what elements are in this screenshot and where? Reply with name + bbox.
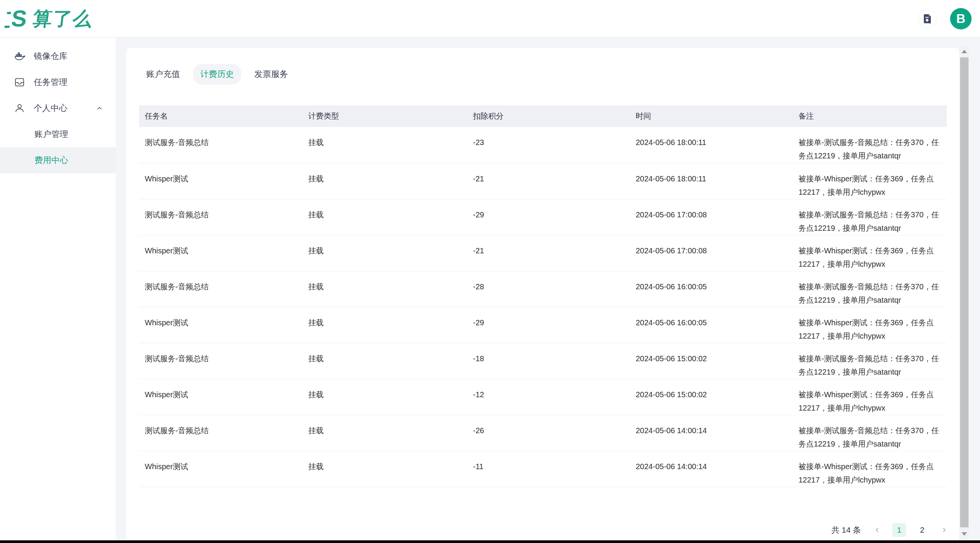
cell-note: 被接单-Whisper测试：任务369，任务点12217，接单用户lchypwx — [793, 379, 947, 415]
billing-tabs: 账户充值 计费历史 发票服务 — [126, 48, 959, 85]
cell-type: 挂载 — [303, 199, 467, 235]
cell-task: 测试服务-音频总结 — [139, 271, 303, 307]
cell-task: Whisper测试 — [139, 379, 303, 415]
vertical-scrollbar[interactable] — [959, 46, 969, 540]
scrollbar-thumb[interactable] — [960, 57, 969, 527]
pagination: 共 14 条 1 2 — [831, 523, 950, 537]
cell-time: 2024-05-06 14:00:14 — [630, 415, 793, 451]
table-row: 测试服务-音频总结挂载-182024-05-06 15:00:02被接单-测试服… — [139, 343, 947, 379]
cell-task: Whisper测试 — [139, 163, 303, 199]
cell-task: 测试服务-音频总结 — [139, 415, 303, 451]
cell-time: 2024-05-06 18:00:11 — [630, 127, 793, 163]
cell-note: 被接单-Whisper测试：任务369，任务点12217，接单用户lchypwx — [793, 235, 947, 271]
table-row: 测试服务-音频总结挂载-282024-05-06 16:00:05被接单-测试服… — [139, 271, 947, 307]
next-page-button[interactable] — [938, 523, 950, 537]
cell-points: -21 — [467, 235, 630, 271]
billing-table-body: 测试服务-音频总结挂载-232024-05-06 18:00:11被接单-测试服… — [139, 127, 947, 487]
cell-note: 被接单-测试服务-音频总结：任务370，任务点12219，接单用户satantq… — [793, 127, 947, 163]
logo-text: 算了么 — [31, 6, 94, 32]
cell-note: 被接单-Whisper测试：任务369，任务点12217，接单用户lchypwx — [793, 163, 947, 199]
cell-task: Whisper测试 — [139, 235, 303, 271]
app-logo: S 算了么 — [10, 8, 94, 30]
cell-type: 挂载 — [303, 379, 467, 415]
page-button-2[interactable]: 2 — [915, 523, 929, 537]
header-actions: B — [918, 0, 972, 38]
sidebar-subitem-label: 账户管理 — [34, 129, 68, 140]
cell-task: 测试服务-音频总结 — [139, 199, 303, 235]
cell-points: -21 — [467, 163, 630, 199]
docker-whale-icon — [14, 51, 25, 62]
cell-points: -29 — [467, 199, 630, 235]
cell-type: 挂载 — [303, 271, 467, 307]
billing-table: 任务名 计费类型 扣除积分 时间 备注 测试服务-音频总结挂载-232024-0… — [139, 105, 947, 487]
col-header-task-name: 任务名 — [139, 105, 303, 127]
sidebar-item-task-management[interactable]: 任务管理 — [0, 69, 116, 95]
col-header-billing-type: 计费类型 — [303, 105, 467, 127]
sidebar-item-label: 任务管理 — [34, 77, 67, 88]
sidebar-subitem-account-management[interactable]: 账户管理 — [0, 121, 116, 147]
user-avatar[interactable]: B — [950, 8, 972, 29]
cell-time: 2024-05-06 14:00:14 — [630, 451, 793, 487]
cell-type: 挂载 — [303, 307, 467, 343]
audit-log-button[interactable] — [918, 9, 937, 28]
cell-type: 挂载 — [303, 343, 467, 379]
table-row: Whisper测试挂载-292024-05-06 16:00:05被接单-Whi… — [139, 307, 947, 343]
tab-account-recharge[interactable]: 账户充值 — [139, 64, 187, 85]
prev-page-button[interactable] — [872, 523, 883, 537]
content-card: 账户充值 计费历史 发票服务 任务名 计费类型 扣除积分 时间 备注 测试服务-… — [126, 48, 959, 543]
tab-billing-history[interactable]: 计费历史 — [193, 64, 241, 85]
table-row: Whisper测试挂载-212024-05-06 18:00:11被接单-Whi… — [139, 163, 947, 199]
cell-type: 挂载 — [303, 163, 467, 199]
logo-s-glyph: S — [10, 7, 28, 30]
col-header-time: 时间 — [630, 105, 793, 127]
table-row: 测试服务-音频总结挂载-232024-05-06 18:00:11被接单-测试服… — [139, 127, 947, 163]
avatar-letter: B — [956, 11, 965, 26]
scroll-down-arrow-icon[interactable] — [962, 532, 967, 536]
cell-note: 被接单-测试服务-音频总结：任务370，任务点12219，接单用户satantq… — [793, 271, 947, 307]
cell-task: 测试服务-音频总结 — [139, 343, 303, 379]
cell-note: 被接单-测试服务-音频总结：任务370，任务点12219，接单用户satantq… — [793, 415, 947, 451]
cell-points: -28 — [467, 271, 630, 307]
chevron-up-icon — [96, 104, 103, 112]
cell-note: 被接单-测试服务-音频总结：任务370，任务点12219，接单用户satantq… — [793, 343, 947, 379]
cell-points: -18 — [467, 343, 630, 379]
table-row: 测试服务-音频总结挂载-262024-05-06 14:00:14被接单-测试服… — [139, 415, 947, 451]
cell-type: 挂载 — [303, 235, 467, 271]
cell-task: Whisper测试 — [139, 451, 303, 487]
cell-time: 2024-05-06 16:00:05 — [630, 271, 793, 307]
tab-invoice-service[interactable]: 发票服务 — [247, 64, 295, 85]
sidebar-item-image-repository[interactable]: 镜像仓库 — [0, 43, 116, 69]
cell-time: 2024-05-06 17:00:08 — [630, 199, 793, 235]
top-header: S 算了么 B — [0, 0, 980, 38]
cell-type: 挂载 — [303, 415, 467, 451]
col-header-remark: 备注 — [793, 105, 947, 127]
cell-task: 测试服务-音频总结 — [139, 127, 303, 163]
cell-time: 2024-05-06 15:00:02 — [630, 379, 793, 415]
sidebar-item-label: 镜像仓库 — [34, 51, 67, 62]
cell-type: 挂载 — [303, 127, 467, 163]
person-icon — [14, 103, 25, 114]
document-search-icon — [922, 13, 933, 24]
billing-table-wrap: 任务名 计费类型 扣除积分 时间 备注 测试服务-音频总结挂载-232024-0… — [139, 105, 947, 487]
sidebar-subitem-fee-center[interactable]: 费用中心 — [0, 147, 116, 173]
cell-time: 2024-05-06 16:00:05 — [630, 307, 793, 343]
cell-type: 挂载 — [303, 451, 467, 487]
cell-time: 2024-05-06 17:00:08 — [630, 235, 793, 271]
window-bottom-edge — [0, 540, 980, 543]
cell-note: 被接单-Whisper测试：任务369，任务点12217，接单用户lchypwx — [793, 451, 947, 487]
cell-points: -11 — [467, 451, 630, 487]
scroll-up-arrow-icon[interactable] — [962, 50, 967, 53]
sidebar: 镜像仓库 任务管理 个人中心 账户管理 费用中心 — [0, 38, 116, 540]
cell-points: -12 — [467, 379, 630, 415]
sidebar-item-label: 个人中心 — [34, 103, 67, 114]
page-button-1[interactable]: 1 — [892, 523, 906, 537]
cell-note: 被接单-Whisper测试：任务369，任务点12217，接单用户lchypwx — [793, 307, 947, 343]
cell-time: 2024-05-06 15:00:02 — [630, 343, 793, 379]
table-row: 测试服务-音频总结挂载-292024-05-06 17:00:08被接单-测试服… — [139, 199, 947, 235]
cell-task: Whisper测试 — [139, 307, 303, 343]
cell-points: -29 — [467, 307, 630, 343]
sidebar-item-personal-center[interactable]: 个人中心 — [0, 95, 116, 121]
task-inbox-icon — [14, 77, 25, 88]
sidebar-subitem-label: 费用中心 — [34, 155, 68, 166]
cell-note: 被接单-测试服务-音频总结：任务370，任务点12219，接单用户satantq… — [793, 199, 947, 235]
